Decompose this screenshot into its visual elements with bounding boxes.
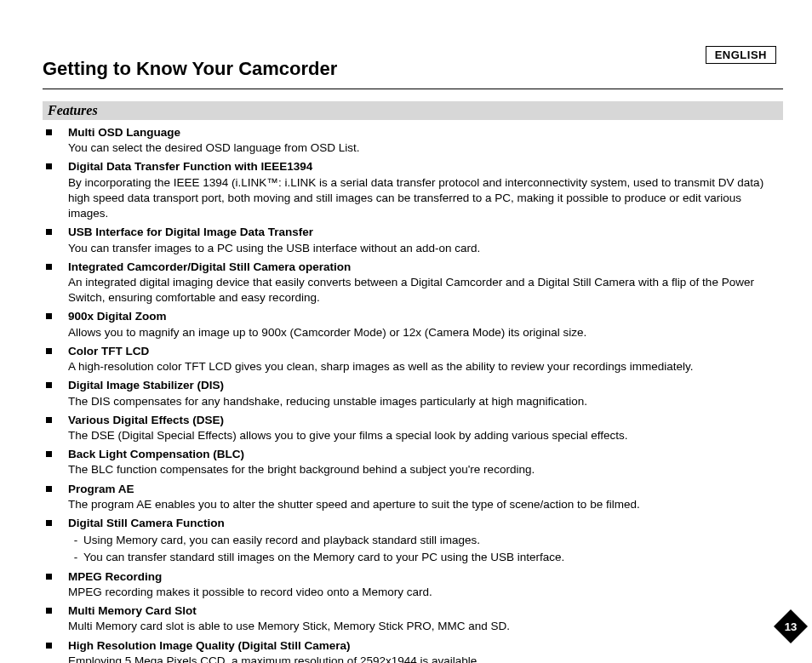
feature-title: Back Light Compensation (BLC) xyxy=(68,447,783,462)
feature-subitem-text: You can transfer standard still images o… xyxy=(83,550,564,565)
feature-body: Multi Memory card slot is able to use Me… xyxy=(68,620,510,632)
feature-item: 900x Digital ZoomAllows you to magnify a… xyxy=(43,309,783,340)
feature-item: Program AEThe program AE enables you to … xyxy=(43,482,783,512)
feature-body: MPEG recording makes it possible to reco… xyxy=(68,586,432,598)
page-title: Getting to Know Your Camcorder xyxy=(43,58,783,89)
feature-item: Digital Data Transfer Function with IEEE… xyxy=(43,159,783,221)
feature-title: Various Digital Effects (DSE) xyxy=(68,413,783,428)
feature-item: Multi Memory Card SlotMulti Memory card … xyxy=(43,603,783,634)
page-number-badge: 13 xyxy=(773,609,809,644)
feature-item: Multi OSD LanguageYou can select the des… xyxy=(43,125,783,156)
feature-title: Program AE xyxy=(68,482,783,497)
feature-subitem: -You can transfer standard still images … xyxy=(68,550,783,565)
feature-body: You can select the desired OSD language … xyxy=(68,141,359,154)
dash-icon: - xyxy=(68,533,83,548)
feature-body: A high-resolution color TFT LCD gives yo… xyxy=(68,360,694,373)
feature-title: USB Interface for Digital Image Data Tra… xyxy=(68,225,783,240)
feature-body: The BLC function compensates for the bri… xyxy=(68,463,535,476)
section-heading: Features xyxy=(43,101,783,120)
feature-title: Color TFT LCD xyxy=(68,344,783,359)
feature-body: By incorporating the IEEE 1394 (i.LINK™:… xyxy=(68,176,763,220)
feature-item: Digital Image Stabilizer (DIS)The DIS co… xyxy=(43,378,783,409)
feature-body: The DSE (Digital Special Effects) allows… xyxy=(68,429,628,442)
feature-item: Color TFT LCDA high-resolution color TFT… xyxy=(43,344,783,374)
feature-body: You can transfer images to a PC using th… xyxy=(68,242,480,254)
feature-item: Various Digital Effects (DSE)The DSE (Di… xyxy=(43,413,783,443)
features-list: Multi OSD LanguageYou can select the des… xyxy=(43,125,783,663)
feature-item: Digital Still Camera Function-Using Memo… xyxy=(43,516,783,566)
feature-title: MPEG Recording xyxy=(68,569,783,585)
feature-body: An integrated digital imaging device tha… xyxy=(68,276,754,304)
page-number: 13 xyxy=(785,620,797,633)
feature-title: Digital Data Transfer Function with IEEE… xyxy=(68,159,783,174)
feature-body: The program AE enables you to alter the … xyxy=(68,498,640,511)
feature-body: Employing 5 Mega Pixels CCD, a maximum r… xyxy=(68,654,480,663)
feature-item: USB Interface for Digital Image Data Tra… xyxy=(43,225,783,255)
feature-subitem-text: Using Memory card, you can easily record… xyxy=(83,533,480,548)
feature-subitem: -Using Memory card, you can easily recor… xyxy=(68,533,783,548)
feature-title: Digital Image Stabilizer (DIS) xyxy=(68,378,783,393)
feature-title: Digital Still Camera Function xyxy=(68,516,783,531)
feature-item: MPEG RecordingMPEG recording makes it po… xyxy=(43,569,783,600)
feature-item: Integrated Camcorder/Digital Still Camer… xyxy=(43,260,783,306)
feature-item: High Resolution Image Quality (Digital S… xyxy=(43,638,783,663)
feature-item: Back Light Compensation (BLC)The BLC fun… xyxy=(43,447,783,477)
feature-title: 900x Digital Zoom xyxy=(68,309,783,324)
feature-title: Multi Memory Card Slot xyxy=(68,603,783,619)
feature-body: Allows you to magnify an image up to 900… xyxy=(68,326,586,339)
title-rule xyxy=(43,89,783,89)
feature-title: Multi OSD Language xyxy=(68,125,783,140)
feature-title: High Resolution Image Quality (Digital S… xyxy=(68,638,783,654)
dash-icon: - xyxy=(68,550,83,565)
feature-body: The DIS compensates for any handshake, r… xyxy=(68,395,587,408)
language-label: ENGLISH xyxy=(706,46,776,64)
feature-title: Integrated Camcorder/Digital Still Camer… xyxy=(68,260,783,275)
